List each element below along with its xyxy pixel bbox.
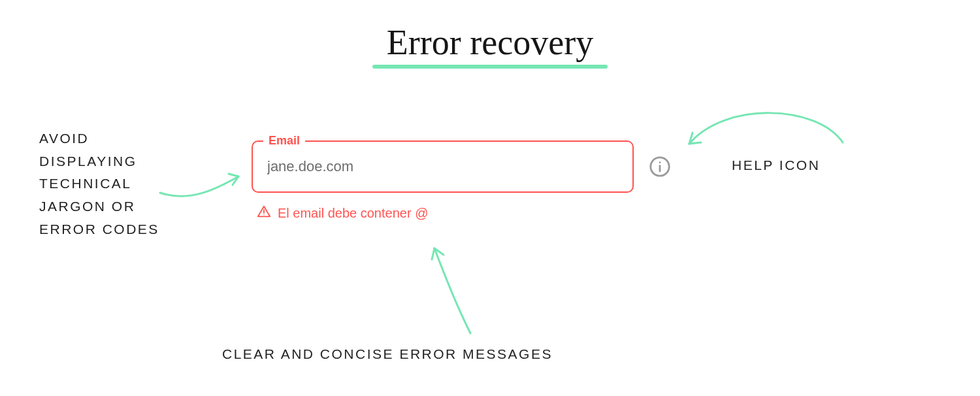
annotation-bottom: CLEAR AND CONCISE ERROR MESSAGES [222,346,553,362]
annotation-right: HELP ICON [732,157,820,173]
email-field-border: Email [252,140,634,193]
email-field-group: Email El email debe contener @ [252,140,634,222]
annotation-left: AVOID DISPLAYING TECHNICAL JARGON OR ERR… [39,127,183,240]
page-title: Error recovery [387,24,593,62]
warning-icon [257,205,271,222]
info-icon[interactable] [648,155,672,178]
email-field[interactable] [266,157,619,176]
email-field-label: Email [263,134,305,148]
svg-point-3 [659,161,661,163]
svg-point-1 [263,214,264,215]
error-message-row: El email debe contener @ [252,205,634,222]
title-underline [372,65,608,69]
error-message-text: El email debe contener @ [278,206,428,221]
page-title-wrap: Error recovery [0,24,980,69]
